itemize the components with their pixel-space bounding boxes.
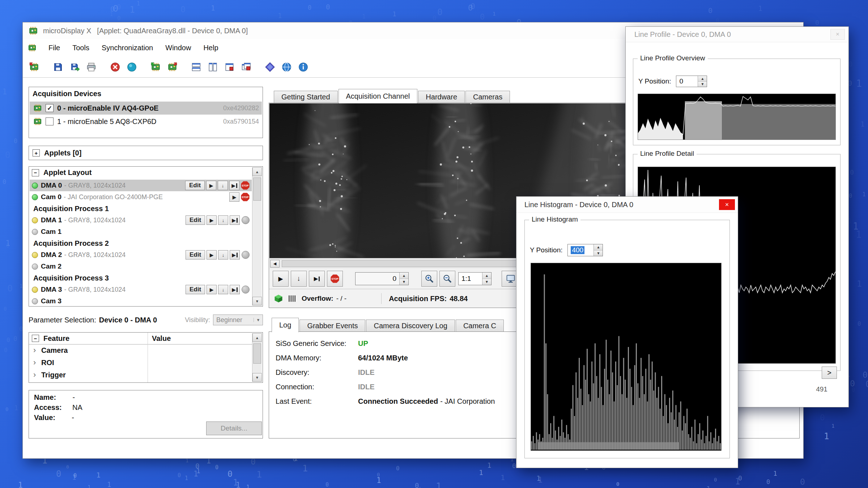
value-column-header[interactable]: Value xyxy=(152,334,171,343)
spin-up[interactable]: ▲ xyxy=(698,76,707,82)
tab-getting-started[interactable]: Getting Started xyxy=(274,91,338,103)
y-position-spinbox[interactable]: 0 ▲▼ xyxy=(676,76,707,87)
stop-button-inactive[interactable] xyxy=(242,216,250,224)
menu-system-icon[interactable] xyxy=(27,43,37,53)
abort-icon[interactable] xyxy=(108,60,122,74)
edit-button[interactable]: Edit xyxy=(185,181,205,190)
power-icon[interactable] xyxy=(125,60,139,74)
spin-down[interactable]: ▼ xyxy=(482,279,491,285)
stop-button[interactable]: STOP xyxy=(241,193,250,201)
next-line-button[interactable]: > xyxy=(822,367,837,379)
scroll-thumb[interactable] xyxy=(253,343,261,364)
menu-synchronization[interactable]: Synchronization xyxy=(95,39,159,56)
zoom-scale-spinbox[interactable]: 1:1 ▲▼ xyxy=(458,272,492,285)
cam-row[interactable]: Cam 0- JAI Corporation GO-2400M-PGE▶STOP xyxy=(30,191,252,203)
close-icon[interactable]: × xyxy=(830,29,845,40)
feature-row-trigger[interactable]: › Trigger xyxy=(29,369,252,381)
edit-button[interactable]: Edit xyxy=(186,215,205,225)
save-icon[interactable] xyxy=(51,60,65,74)
dma-row[interactable]: DMA 2- GRAY8, 1024x1024Edit▶↓▶ xyxy=(30,249,252,261)
tab-acquisition-channel[interactable]: Acquisition Channel xyxy=(339,89,418,103)
stop-button-inactive[interactable] xyxy=(242,286,250,294)
menu-help[interactable]: Help xyxy=(197,39,224,56)
grab-button[interactable]: ↓ xyxy=(218,181,228,190)
edit-button[interactable]: Edit xyxy=(186,285,205,294)
scroll-left-button[interactable]: ◀ xyxy=(270,260,280,267)
log-tab-log[interactable]: Log xyxy=(272,318,299,332)
frame-counter[interactable]: 0 ▲▼ xyxy=(355,272,409,285)
collapse-icon[interactable]: − xyxy=(32,169,39,176)
spin-down[interactable]: ▼ xyxy=(400,279,408,285)
menu-file[interactable]: File xyxy=(42,39,66,56)
feature-table-scrollbar[interactable]: ▲ ▼ xyxy=(252,333,262,382)
scroll-down-button[interactable]: ▼ xyxy=(252,373,262,382)
spin-down[interactable]: ▼ xyxy=(594,251,603,256)
last-frame-button[interactable]: ▶ xyxy=(230,250,240,260)
play-button[interactable]: ▶ xyxy=(273,271,289,287)
collapse-icon[interactable]: − xyxy=(32,335,39,342)
play-button[interactable]: ▶ xyxy=(206,181,216,190)
edit-button[interactable]: Edit xyxy=(186,250,205,260)
close-vp-icon[interactable] xyxy=(222,60,236,74)
device-checkbox[interactable]: ✓ xyxy=(46,104,54,112)
grab-button[interactable]: ↓ xyxy=(291,271,307,287)
last-frame-button[interactable]: ▶ xyxy=(309,271,325,287)
menu-window[interactable]: Window xyxy=(159,39,197,56)
feature-row-roi[interactable]: › ROI xyxy=(29,356,252,369)
last-frame-button[interactable]: ▶ xyxy=(230,215,240,225)
expander-icon[interactable]: › xyxy=(33,346,41,355)
save-export-icon[interactable] xyxy=(68,60,81,74)
info-icon[interactable] xyxy=(296,60,310,74)
applets-panel[interactable]: + Applets [0] xyxy=(29,146,263,160)
book-icon[interactable] xyxy=(263,60,277,74)
device-checkbox[interactable] xyxy=(46,117,54,125)
feature-row-camera[interactable]: › Camera xyxy=(29,344,252,356)
spin-up[interactable]: ▲ xyxy=(400,273,408,279)
expander-icon[interactable]: › xyxy=(33,370,41,380)
visibility-combobox[interactable]: Beginner ▼ xyxy=(213,314,263,325)
tab-hardware[interactable]: Hardware xyxy=(418,91,465,103)
close-all-icon[interactable] xyxy=(239,60,253,74)
dma-row[interactable]: DMA 3- GRAY8, 1024x1024Edit▶↓▶ xyxy=(30,284,252,295)
feature-column-header[interactable]: Feature xyxy=(43,334,69,343)
stop-button[interactable]: STOP xyxy=(327,271,343,287)
chip-load-icon[interactable] xyxy=(27,60,41,74)
menu-tools[interactable]: Tools xyxy=(66,39,95,56)
expander-icon[interactable]: › xyxy=(33,358,41,367)
spin-down[interactable]: ▼ xyxy=(698,82,707,87)
dma-row[interactable]: DMA 1- GRAY8, 1024x1024Edit▶↓▶ xyxy=(30,214,252,226)
grab-button[interactable]: ↓ xyxy=(218,285,228,294)
web-icon[interactable] xyxy=(280,60,293,74)
tile-h-icon[interactable] xyxy=(189,60,203,74)
stop-button[interactable]: STOP xyxy=(241,181,250,190)
play-button[interactable]: ▶ xyxy=(207,250,217,260)
play-button[interactable]: ▶ xyxy=(229,192,239,202)
dma-row[interactable]: DMA 0- GRAY8, 1024x1024Edit▶↓▶STOP xyxy=(30,180,252,191)
last-frame-button[interactable]: ▶ xyxy=(229,181,239,190)
grab-button[interactable]: ↓ xyxy=(218,215,228,225)
expand-icon[interactable]: + xyxy=(33,149,40,157)
scroll-up-button[interactable]: ▲ xyxy=(252,333,262,342)
tab-cameras[interactable]: Cameras xyxy=(465,91,510,103)
log-tab-camera-discovery-log[interactable]: Camera Discovery Log xyxy=(366,320,455,332)
line-histogram-titlebar[interactable]: Line Histogram - Device 0, DMA 0 × xyxy=(516,197,738,213)
line-profile-titlebar[interactable]: Line Profile - Device 0, DMA 0 × xyxy=(626,27,848,42)
y-position-spinbox[interactable]: 400 ▲▼ xyxy=(567,244,603,256)
play-button[interactable]: ▶ xyxy=(207,285,217,294)
cam-row[interactable]: Cam 1 xyxy=(30,226,252,237)
spin-up[interactable]: ▲ xyxy=(482,273,491,279)
log-tab-camera-c[interactable]: Camera C xyxy=(456,320,504,332)
zoom-out-button[interactable] xyxy=(439,271,455,287)
chip-out-icon[interactable] xyxy=(165,60,179,74)
close-icon[interactable]: × xyxy=(719,199,735,210)
chip-in-icon[interactable] xyxy=(149,60,162,74)
last-frame-button[interactable]: ▶ xyxy=(230,285,240,294)
spin-up[interactable]: ▲ xyxy=(594,244,603,251)
scroll-down-button[interactable]: ▼ xyxy=(252,297,262,305)
details-button[interactable]: Details... xyxy=(206,421,262,435)
stop-button-inactive[interactable] xyxy=(242,251,250,259)
play-button[interactable]: ▶ xyxy=(207,215,217,225)
cam-row[interactable]: Cam 2 xyxy=(30,261,252,272)
grab-button[interactable]: ↓ xyxy=(218,250,228,260)
tile-v-icon[interactable] xyxy=(206,60,220,74)
